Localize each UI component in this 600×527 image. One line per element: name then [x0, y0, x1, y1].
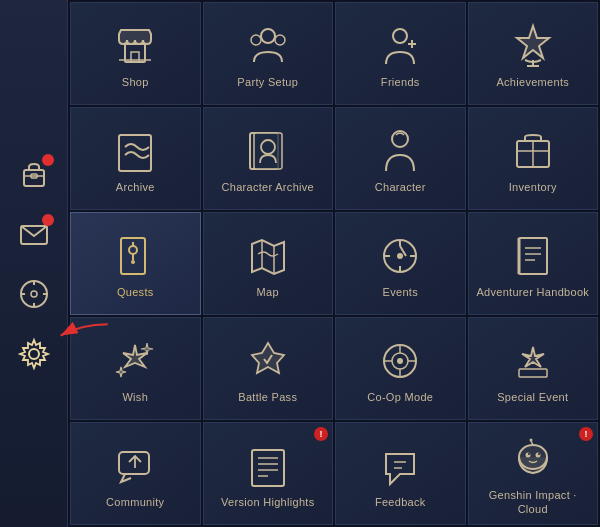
map-icon — [242, 230, 294, 282]
svg-point-69 — [535, 453, 540, 458]
arrow-indicator — [52, 320, 112, 354]
svg-rect-25 — [254, 133, 282, 169]
feedback-icon — [374, 440, 426, 492]
genshin-cloud-item[interactable]: Genshin Impact · Cloud — [468, 422, 599, 525]
sidebar — [0, 0, 68, 527]
svg-rect-58 — [119, 452, 149, 474]
feedback-label: Feedback — [375, 496, 426, 509]
community-icon — [109, 440, 161, 492]
version-highlights-item[interactable]: Version Highlights — [203, 422, 334, 525]
archive-item[interactable]: Archive — [70, 107, 201, 210]
special-event-label: Special Event — [497, 391, 568, 404]
coop-icon — [374, 335, 426, 387]
party-setup-label: Party Setup — [237, 76, 298, 89]
character-archive-label: Character Archive — [221, 181, 314, 194]
character-icon — [374, 125, 426, 177]
bag-badge — [42, 154, 54, 166]
archive-icon — [109, 125, 161, 177]
community-item[interactable]: Community — [70, 422, 201, 525]
shop-item[interactable]: Shop — [70, 2, 201, 105]
svg-point-16 — [251, 35, 261, 45]
friends-label: Friends — [381, 76, 420, 89]
mail-badge — [42, 214, 54, 226]
battle-pass-item[interactable]: Battle Pass — [203, 317, 334, 420]
cloud-label: Genshin Impact · Cloud — [473, 489, 594, 515]
events-icon — [374, 230, 426, 282]
svg-point-10 — [29, 349, 39, 359]
party-setup-item[interactable]: Party Setup — [203, 2, 334, 105]
svg-rect-45 — [519, 238, 547, 274]
adventurer-handbook-item[interactable]: Adventurer Handbook — [468, 212, 599, 315]
svg-point-32 — [129, 246, 137, 254]
map-item[interactable]: Map — [203, 212, 334, 315]
svg-point-70 — [528, 453, 530, 455]
handbook-icon — [507, 230, 559, 282]
character-archive-item[interactable]: Character Archive — [203, 107, 334, 210]
cloud-badge — [579, 427, 593, 441]
character-archive-icon — [242, 125, 294, 177]
cloud-icon — [507, 433, 559, 485]
svg-point-35 — [131, 260, 135, 264]
coop-item[interactable]: Co-Op Mode — [335, 317, 466, 420]
achievements-label: Achievements — [496, 76, 569, 89]
svg-point-44 — [397, 253, 403, 259]
friends-icon — [374, 20, 426, 72]
achievements-icon — [507, 20, 559, 72]
battle-pass-icon — [242, 335, 294, 387]
battle-pass-label: Battle Pass — [238, 391, 297, 404]
svg-point-73 — [529, 439, 532, 442]
quests-item[interactable]: Quests — [70, 212, 201, 315]
shop-label: Shop — [122, 76, 149, 89]
shop-icon — [109, 20, 161, 72]
character-item[interactable]: Character — [335, 107, 466, 210]
wish-label: Wish — [122, 391, 148, 404]
inventory-icon — [507, 125, 559, 177]
bag-icon[interactable] — [12, 152, 56, 196]
mail-icon[interactable] — [12, 212, 56, 256]
events-item[interactable]: Events — [335, 212, 466, 315]
svg-point-52 — [397, 358, 403, 364]
map-label: Map — [257, 286, 279, 299]
svg-rect-60 — [252, 450, 284, 486]
handbook-label: Adventurer Handbook — [476, 286, 589, 299]
friends-item[interactable]: Friends — [335, 2, 466, 105]
character-label: Character — [375, 181, 426, 194]
highlights-icon — [242, 440, 294, 492]
compass-icon[interactable] — [12, 272, 56, 316]
svg-point-71 — [538, 453, 540, 455]
party-icon — [242, 20, 294, 72]
inventory-label: Inventory — [509, 181, 557, 194]
community-label: Community — [106, 496, 164, 509]
quests-icon — [109, 230, 161, 282]
inventory-item[interactable]: Inventory — [468, 107, 599, 210]
highlights-badge — [314, 427, 328, 441]
special-event-item[interactable]: Special Event — [468, 317, 599, 420]
archive-label: Archive — [116, 181, 155, 194]
feedback-item[interactable]: Feedback — [335, 422, 466, 525]
quests-label: Quests — [117, 286, 154, 299]
coop-label: Co-Op Mode — [367, 391, 433, 404]
svg-point-5 — [31, 291, 37, 297]
special-event-icon — [507, 335, 559, 387]
events-label: Events — [383, 286, 418, 299]
settings-icon[interactable] — [12, 332, 56, 376]
achievements-item[interactable]: Achievements — [468, 2, 599, 105]
wish-icon — [109, 335, 161, 387]
svg-rect-57 — [519, 369, 547, 377]
svg-point-18 — [393, 29, 407, 43]
highlights-label: Version Highlights — [221, 496, 314, 509]
menu-grid: Shop Party Setup Friends — [68, 0, 600, 527]
svg-point-15 — [261, 29, 275, 43]
svg-point-17 — [275, 35, 285, 45]
svg-point-68 — [525, 453, 530, 458]
